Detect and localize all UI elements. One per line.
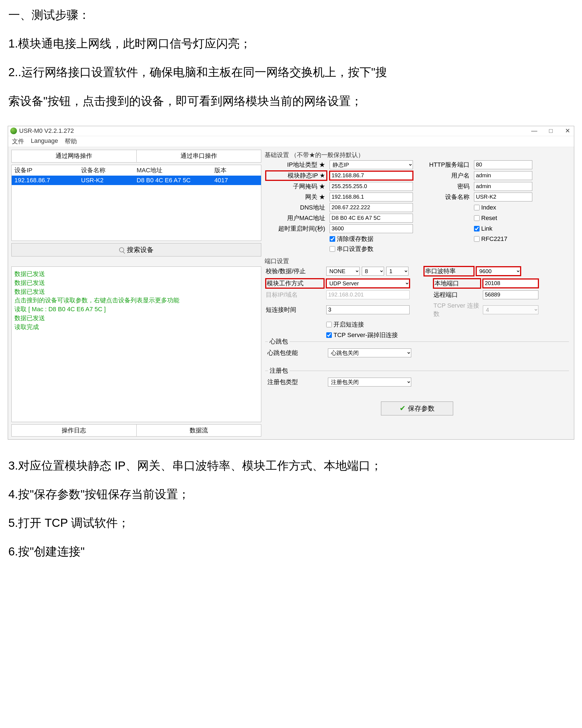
remote-port-input[interactable] <box>483 290 538 299</box>
basic-settings-title: 基础设置 （不带★的一般保持默认） <box>264 150 571 160</box>
doc-step-2b: 索设备"按钮，点击搜到的设备，即可看到网络模块当前的网络设置； <box>8 92 574 110</box>
doc-step-3: 3.对应位置模块静态 IP、网关、串口波特率、模块工作方式、本地端口； <box>8 456 574 475</box>
device-table: 设备IP 设备名称 MAC地址 版本 192.168.86.7 USR-K2 D… <box>11 165 261 241</box>
devname-input[interactable] <box>474 192 532 202</box>
log-line: 数据已发送 <box>15 279 258 287</box>
minimize-button[interactable]: — <box>530 127 538 134</box>
port-settings-title: 端口设置 <box>264 256 571 266</box>
cb-index[interactable]: Index <box>474 204 532 211</box>
ip-type-select[interactable]: 静态IP <box>330 160 413 169</box>
bottom-tabs: 操作日志 数据流 <box>11 424 261 437</box>
lbl-heart-enable: 心跳包使能 <box>268 349 326 357</box>
register-title: 注册包 <box>268 366 289 375</box>
doc-step-6: 6.按"创建连接" <box>8 542 574 561</box>
tcp-conn-select: 4 <box>483 305 538 314</box>
databits-select[interactable]: 8 <box>362 267 384 276</box>
lbl-http-port: HTTP服务端口 <box>416 161 471 169</box>
static-ip-input[interactable] <box>330 171 413 180</box>
col-ver: 版本 <box>214 166 248 175</box>
doc-step-4: 4.按"保存参数"按钮保存当前设置； <box>8 485 574 503</box>
menu-language[interactable]: Language <box>31 137 58 146</box>
lbl-baud: 串口波特率 <box>424 266 474 276</box>
menubar: 文件 Language 帮助 <box>8 136 574 147</box>
lbl-user-mac: 用户MAC地址 <box>266 214 327 222</box>
cell-mac: D8 B0 4C E6 A7 5C <box>137 177 214 184</box>
local-port-input[interactable] <box>483 279 538 288</box>
menu-file[interactable]: 文件 <box>12 137 24 146</box>
lbl-parity: 校验/数据/停止 <box>266 267 324 275</box>
cb-serial-cfg[interactable]: 串口设置参数 <box>330 245 413 253</box>
lbl-password: 密码 <box>416 182 471 191</box>
doc-step-1: 1.模块通电接上网线，此时网口信号灯应闪亮； <box>8 34 574 53</box>
lbl-dns: DNS地址 <box>266 203 327 212</box>
maximize-button[interactable]: □ <box>547 127 555 134</box>
log-line: 数据已发送 <box>15 314 258 322</box>
lbl-mask: 子网掩码 <box>266 182 327 191</box>
parity-select[interactable]: NONE <box>326 267 360 276</box>
log-line: 点击搜到的设备可读取参数，右键点击设备列表显示更多功能 <box>15 296 258 305</box>
lbl-devname: 设备名称 <box>416 193 471 201</box>
stopbits-select[interactable]: 1 <box>386 267 409 276</box>
http-port-input[interactable] <box>474 160 532 169</box>
doc-step-2a: 2..运行网络接口设置软件，确保电脑和主板在同一网络交换机上，按下"搜 <box>8 63 574 81</box>
lbl-remote-port: 远程端口 <box>434 291 481 299</box>
cb-clear-cache[interactable]: 清除缓存数据 <box>330 235 413 243</box>
username-input[interactable] <box>474 171 532 180</box>
search-device-button[interactable]: 搜索设备 <box>11 243 261 257</box>
tab-data-stream[interactable]: 数据流 <box>137 424 261 436</box>
lbl-ip-type: IP地址类型 <box>266 161 327 169</box>
cb-reset[interactable]: Reset <box>474 214 532 222</box>
cb-short-conn[interactable]: 开启短连接 <box>326 320 410 329</box>
tab-network-op[interactable]: 通过网络操作 <box>12 150 137 162</box>
col-ip: 设备IP <box>15 166 81 175</box>
log-line: 读取 [ Mac : D8 B0 4C E6 A7 5C ] <box>15 305 258 314</box>
save-button-label: 保存参数 <box>408 404 435 413</box>
app-window: USR-M0 V2.2.1.272 — □ ✕ 文件 Language 帮助 通… <box>8 126 574 440</box>
baud-select[interactable]: 9600 <box>476 267 521 276</box>
reg-type-select[interactable]: 注册包关闭 <box>328 378 411 387</box>
dns-input[interactable] <box>330 203 413 212</box>
cb-link[interactable]: Link <box>474 225 532 232</box>
lbl-gateway: 网关 <box>266 193 327 201</box>
mask-input[interactable] <box>330 182 413 191</box>
table-row[interactable]: 192.168.86.7 USR-K2 D8 B0 4C E6 A7 5C 40… <box>12 176 261 185</box>
col-mac: MAC地址 <box>137 166 214 175</box>
app-icon <box>10 128 17 134</box>
lbl-target: 目标IP/域名 <box>266 291 324 299</box>
cell-ip: 192.168.86.7 <box>15 177 81 184</box>
reboot-input[interactable] <box>330 224 413 233</box>
lbl-short-timeout: 短连接时间 <box>266 306 324 314</box>
cb-rfc2217[interactable]: RFC2217 <box>474 235 532 242</box>
cb-kick-old[interactable]: TCP Server-踢掉旧连接 <box>326 331 410 339</box>
doc-heading: 一、测试步骤： <box>8 5 574 24</box>
lbl-static-ip: 模块静态IP <box>266 171 327 180</box>
heartbeat-title: 心跳包 <box>268 337 289 346</box>
doc-step-5: 5.打开 TCP 调试软件； <box>8 514 574 532</box>
cell-ver: 4017 <box>214 177 248 184</box>
search-icon <box>119 247 124 252</box>
search-button-label: 搜索设备 <box>127 245 154 254</box>
log-line: 数据已发送 <box>15 287 258 296</box>
op-tabs: 通过网络操作 通过串口操作 <box>11 150 261 162</box>
close-button[interactable]: ✕ <box>563 127 572 134</box>
save-params-button[interactable]: ✔ 保存参数 <box>381 401 453 415</box>
menu-help[interactable]: 帮助 <box>65 137 77 146</box>
tab-serial-op[interactable]: 通过串口操作 <box>137 150 261 162</box>
lbl-username: 用户名 <box>416 172 471 180</box>
heart-enable-select[interactable]: 心跳包关闭 <box>328 348 411 357</box>
tab-op-log[interactable]: 操作日志 <box>12 424 137 436</box>
log-line: 读取完成 <box>15 322 258 332</box>
lbl-reg-type: 注册包类型 <box>268 378 326 386</box>
lbl-tcp-conn: TCP Server 连接数 <box>434 302 481 318</box>
titlebar: USR-M0 V2.2.1.272 — □ ✕ <box>8 126 574 136</box>
short-timeout-input[interactable] <box>326 305 410 314</box>
lbl-local-port: 本地端口 <box>434 279 481 288</box>
password-input[interactable] <box>474 182 532 191</box>
work-mode-select[interactable]: UDP Server <box>326 279 410 288</box>
lbl-work-mode: 模块工作方式 <box>266 279 324 288</box>
checkmark-icon: ✔ <box>399 404 406 413</box>
lbl-reboot: 超时重启时间(秒) <box>266 225 327 233</box>
user-mac-input[interactable] <box>330 214 413 223</box>
gateway-input[interactable] <box>330 192 413 202</box>
window-title: USR-M0 V2.2.1.272 <box>19 127 530 134</box>
